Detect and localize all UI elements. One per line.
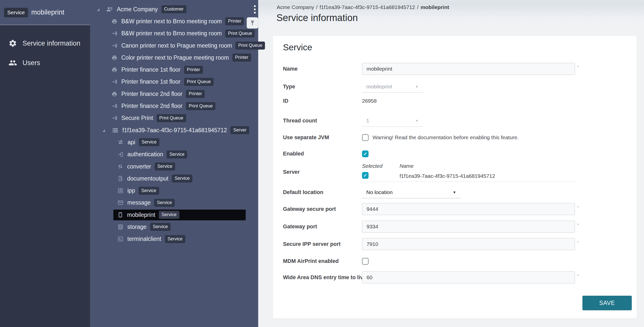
tree-item-label: converter (127, 163, 151, 170)
breadcrumb-segment[interactable]: f1f1ea39-7aac-4f3c-9715-41a681945712 (319, 4, 415, 10)
default-location-select[interactable]: No location ▼ (362, 186, 461, 198)
tree-item-printer-finance-1st-floor[interactable]: Printer finance 1st floorPrint Queue (90, 76, 258, 88)
required-asterisk: * (577, 205, 579, 211)
form-row-use-separate-jvm: Use separate JVM Warning! Read the docum… (283, 131, 632, 143)
kebab-menu-icon[interactable] (250, 4, 259, 15)
database-icon (118, 224, 123, 230)
printer-icon (112, 67, 117, 73)
required-asterisk: * (577, 222, 579, 228)
thread-count-label: Thread count (283, 115, 362, 127)
tree-item-b-w-printer-next-to-brno-meeting-room[interactable]: B&W printer next to Brno meeting roomPri… (90, 15, 258, 27)
tree-item-type-badge: Server (230, 126, 249, 134)
save-button[interactable]: SAVE (582, 296, 632, 310)
expand-triangle-icon[interactable] (102, 129, 105, 132)
form-row-id: ID 26958 (283, 95, 632, 107)
tree-item-printer-finance-2nd-floor[interactable]: Printer finance 2nd floorPrint Queue (90, 100, 258, 112)
tree-item-canon-printer-next-to-prague-meeting-roo[interactable]: Canon printer next to Prague meeting roo… (90, 40, 258, 52)
tree-item-type-badge: Service (150, 223, 171, 231)
secure-ipp-server-port-input[interactable] (362, 238, 575, 250)
tree-item-authentication[interactable]: authenticationService (90, 148, 258, 160)
chevron-down-icon: ▼ (415, 85, 419, 89)
breadcrumb-segment[interactable]: Acme Company (277, 4, 314, 10)
tree-item-converter[interactable]: converterService (90, 160, 258, 173)
tree-item-api[interactable]: apiService (90, 136, 258, 148)
form-row-gateway-secure-port: Gateway secure port * (283, 203, 632, 215)
form-row-enabled: Enabled (283, 148, 632, 160)
form-row-gateway-port: Gateway port * (283, 221, 632, 233)
tree-item-printer-finance-1st-floor[interactable]: Printer finance 1st floorPrinter (90, 64, 258, 76)
wide-area-dns-ttl-input[interactable] (362, 271, 575, 283)
tree-item-ipp[interactable]: ippService (90, 185, 258, 197)
use-separate-jvm-checkbox[interactable] (362, 134, 369, 141)
enabled-label: Enabled (283, 148, 362, 160)
tree-item-documentoutput[interactable]: documentoutputService (90, 173, 258, 185)
name-input[interactable] (362, 63, 575, 75)
server-table-header: Selected Name (362, 162, 575, 170)
enabled-checkbox[interactable] (362, 150, 369, 157)
service-type-badge: Service (4, 8, 28, 17)
sidebar-item-users[interactable]: Users (0, 55, 90, 70)
tree-item-printer-finance-2nd-floor[interactable]: Printer finance 2nd floorPrinter (90, 88, 258, 100)
tree-item-mobileprint[interactable]: mobileprintService (90, 209, 258, 221)
gateway-port-label: Gateway port (283, 221, 362, 233)
service-form-card: Service Name * Type mobileprint ▼ ID 269… (273, 36, 637, 319)
sidebar-item-service-information[interactable]: Service information (0, 36, 90, 51)
tree-item-f1f1ea39-7aac-4f3c-9715-41a681945712[interactable]: f1f1ea39-7aac-4f3c-9715-41a681945712Serv… (90, 124, 258, 136)
tree-item-type-badge: Service (155, 162, 175, 171)
tree-item-label: Acme Company (117, 6, 158, 13)
print-queue-icon (112, 103, 117, 109)
main-content: Acme Company/f1f1ea39-7aac-4f3c-9715-41a… (258, 0, 644, 327)
secure-ipp-server-port-label: Secure IPP server port (283, 238, 362, 250)
form-row-type: Type mobileprint ▼ (283, 81, 632, 93)
tree-item-acme-company[interactable]: Acme CompanyCustomer (90, 3, 258, 15)
users-icon (9, 59, 17, 67)
server-name-value: f1f1ea39-7aac-4f3c-9715-41a681945712 (400, 173, 495, 179)
sidebar-header: Service mobileprint (0, 0, 90, 25)
tree-item-type-badge: Print Queue (186, 102, 215, 110)
tree-item-type-badge: Printer (232, 54, 251, 62)
tree-item-type-badge: Service (172, 175, 192, 183)
tree-item-b-w-printer-next-to-brno-meeting-room[interactable]: B&W printer next to Brno meeting roomPri… (90, 28, 258, 40)
tree-item-type-badge: Print Queue (157, 114, 186, 122)
default-location-label: Default location (283, 186, 362, 198)
print-queue-icon (112, 31, 117, 36)
mdm-airprint-label: MDM AirPrint enabled (283, 255, 362, 267)
tree-item-secure-print[interactable]: Secure PrintPrint Queue (90, 112, 258, 124)
breadcrumb-segment: mobileprint (421, 4, 449, 10)
tree-item-label: message (127, 199, 151, 206)
tree-item-type-badge: Service (165, 235, 185, 243)
tree-item-terminalclient[interactable]: terminalclientService (90, 233, 258, 245)
expand-triangle-icon[interactable] (97, 8, 100, 11)
server-table: Selected Name f1f1ea39-7aac-4f3c-9715-41… (362, 162, 575, 182)
id-label: ID (283, 95, 362, 107)
type-label: Type (283, 81, 362, 93)
jvm-warning-text: Warning! Read the documentation before e… (373, 131, 519, 143)
customer-icon (106, 6, 113, 13)
sidebar-item-label: Service information (23, 40, 80, 47)
form-row-mdm-airprint: MDM AirPrint enabled (283, 255, 632, 267)
gateway-secure-port-label: Gateway secure port (283, 203, 362, 215)
gateway-port-input[interactable] (362, 221, 575, 233)
tree-item-type-badge: Print Queue (184, 78, 214, 86)
chevron-down-icon: ▼ (453, 190, 456, 194)
form-row-secure-ipp-server-port: Secure IPP server port * (283, 238, 632, 250)
print-queue-icon (112, 43, 117, 49)
print-queue-icon (112, 79, 117, 85)
tree-item-label: ipp (127, 187, 135, 194)
envelope-icon (118, 200, 123, 206)
pin-panel-button[interactable] (247, 17, 258, 29)
swap-vertical-icon (118, 164, 123, 169)
tree-item-storage[interactable]: storageService (90, 221, 258, 233)
tree-item-label: Color printer next to Prague meeting roo… (121, 54, 229, 61)
mdm-airprint-checkbox[interactable] (362, 258, 369, 265)
server-table-row: f1f1ea39-7aac-4f3c-9715-41a681945712 (362, 170, 575, 182)
tree-item-label: documentoutput (127, 175, 168, 182)
tree-item-message[interactable]: messageService (90, 197, 258, 209)
server-selected-checkbox[interactable] (362, 172, 369, 179)
api-arrows-icon (118, 139, 124, 145)
tree-item-label: Secure Print (121, 115, 153, 121)
breadcrumb-separator: / (316, 4, 317, 10)
gateway-secure-port-input[interactable] (362, 203, 575, 215)
terminal-icon (118, 236, 123, 242)
tree-item-color-printer-next-to-prague-meeting-roo[interactable]: Color printer next to Prague meeting roo… (90, 52, 258, 64)
